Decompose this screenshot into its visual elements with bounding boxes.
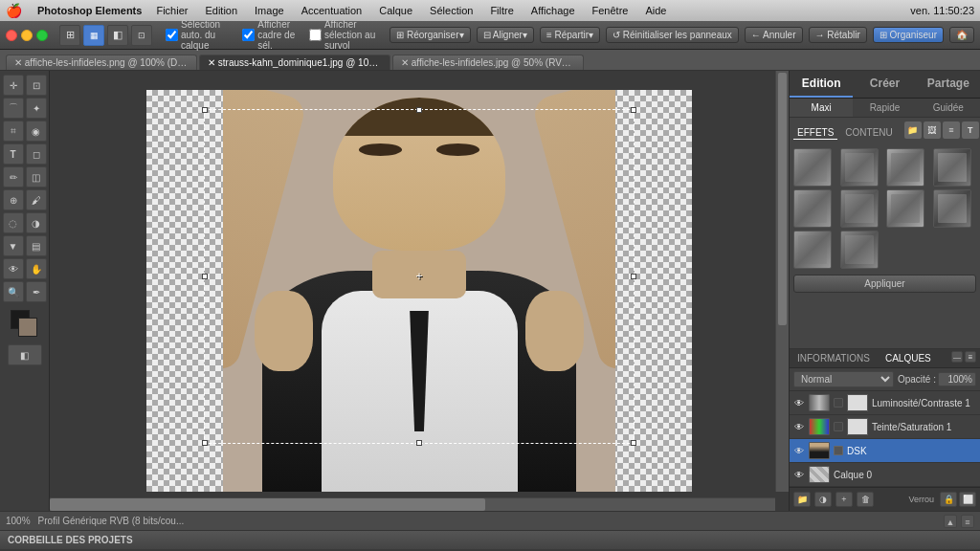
- tab-creer[interactable]: Créer: [853, 71, 916, 98]
- toolbar-icon-2[interactable]: ▦: [83, 25, 104, 46]
- toolbar-icon-3[interactable]: ◧: [107, 25, 128, 46]
- delete-layer-btn[interactable]: 🗑: [857, 492, 874, 507]
- horizontal-scrollbar-thumb[interactable]: [50, 498, 485, 511]
- toolbar-icon-4[interactable]: ⊡: [131, 25, 152, 46]
- calques-tab[interactable]: CALQUES: [881, 351, 935, 365]
- hand-tool[interactable]: ✋: [26, 258, 47, 279]
- annuler-btn[interactable]: ← Annuler: [745, 27, 803, 43]
- lock-partial-btn[interactable]: ⬜: [959, 492, 976, 507]
- effect-2[interactable]: [886, 148, 924, 187]
- gradient-tool[interactable]: ▤: [26, 235, 47, 256]
- vertical-scrollbar[interactable]: [775, 71, 789, 492]
- effects-icon-text[interactable]: T: [962, 121, 979, 139]
- effect-6[interactable]: [886, 189, 924, 228]
- layer-dsk[interactable]: 👁 DSK: [790, 439, 980, 463]
- blend-mode-select[interactable]: Normal: [793, 371, 894, 387]
- menu-edition[interactable]: Edition: [202, 4, 240, 17]
- crop-tool[interactable]: ⌗: [3, 121, 24, 142]
- background-color[interactable]: [18, 318, 37, 337]
- menu-aide[interactable]: Aide: [642, 4, 669, 17]
- new-adjustment-btn[interactable]: ◑: [814, 492, 832, 507]
- layers-panel-minimize[interactable]: —: [951, 351, 963, 363]
- brush-tool[interactable]: 🖌: [26, 189, 47, 210]
- organiseur-btn[interactable]: ⊞ Organiseur: [873, 27, 944, 43]
- horizontal-scrollbar[interactable]: [50, 497, 775, 511]
- lasso-tool[interactable]: ⌒: [3, 98, 24, 119]
- effect-9[interactable]: [840, 231, 879, 269]
- effects-tab-effets[interactable]: EFFETS: [793, 126, 837, 140]
- effects-tab-contenu[interactable]: CONTENU: [841, 126, 896, 140]
- shape-tool[interactable]: ◻: [26, 143, 47, 165]
- layer-link-2[interactable]: [834, 446, 843, 455]
- menu-fichier[interactable]: Fichier: [153, 4, 190, 17]
- subtab-guidee[interactable]: Guidée: [917, 99, 980, 117]
- vertical-scrollbar-thumb[interactable]: [778, 73, 787, 325]
- lock-all-btn[interactable]: 🔒: [940, 492, 957, 507]
- tab-partage[interactable]: Partage: [917, 71, 980, 98]
- effect-3[interactable]: [933, 148, 971, 187]
- effect-7[interactable]: [933, 189, 971, 228]
- menu-accentuation[interactable]: Accentuation: [299, 4, 366, 17]
- magic-select-tool[interactable]: ✦: [26, 98, 47, 119]
- effect-4[interactable]: [793, 189, 832, 228]
- effects-icon-photo[interactable]: 🖼: [924, 121, 941, 139]
- eraser-tool[interactable]: ◫: [26, 166, 47, 187]
- retouch-tool[interactable]: ◉: [26, 121, 47, 142]
- layer-vis-2[interactable]: 👁: [793, 446, 805, 456]
- maximize-window-btn[interactable]: [36, 30, 48, 41]
- tab-1[interactable]: ✕ strauss-kahn_dominique1.jpg @ 100% (Ca…: [199, 55, 390, 70]
- info-tab[interactable]: INFORMATIONS: [793, 351, 874, 365]
- repartir-btn[interactable]: ≡ Répartir▾: [540, 27, 600, 43]
- apple-logo[interactable]: 🍎: [6, 3, 22, 18]
- pencil-tool[interactable]: ✏: [3, 166, 24, 187]
- new-group-btn[interactable]: 📁: [793, 492, 811, 507]
- select-tool[interactable]: ⊡: [26, 75, 47, 96]
- canvas-area[interactable]: +: [50, 71, 789, 511]
- reorganiser-btn[interactable]: ⊞ Réorganiser▾: [390, 27, 470, 43]
- menu-selection[interactable]: Sélection: [427, 4, 476, 17]
- aligner-btn[interactable]: ⊟ Aligner▾: [477, 27, 534, 43]
- effect-5[interactable]: [840, 189, 879, 228]
- effect-8[interactable]: [793, 231, 832, 269]
- toolbar-icon-1[interactable]: ⊞: [59, 25, 80, 46]
- effects-icon-folder[interactable]: 📁: [904, 121, 922, 139]
- menu-filtre[interactable]: Filtre: [487, 4, 516, 17]
- subtab-maxi[interactable]: Maxi: [790, 99, 853, 117]
- menu-fenetre[interactable]: Fenêtre: [590, 4, 632, 17]
- reinitialiser-btn[interactable]: ↺ Réinitialiser les panneaux: [606, 27, 739, 43]
- status-expand-btn[interactable]: ▲: [944, 515, 957, 528]
- layer-calque0[interactable]: 👁 Calque 0: [790, 463, 980, 487]
- minimize-window-btn[interactable]: [21, 30, 33, 41]
- layer-luminosite[interactable]: 👁 Luminosité/Contraste 1: [790, 391, 980, 415]
- blur-tool[interactable]: ◌: [3, 212, 24, 233]
- menu-image[interactable]: Image: [252, 4, 287, 17]
- dropper-tool[interactable]: ✒: [26, 281, 47, 302]
- dodge-tool[interactable]: ◑: [26, 212, 47, 233]
- layer-link-1[interactable]: [834, 422, 843, 431]
- zoom-tool[interactable]: 🔍: [3, 281, 24, 302]
- subtab-rapide[interactable]: Rapide: [853, 99, 916, 117]
- move-tool[interactable]: ✛: [3, 75, 24, 96]
- layer-vis-3[interactable]: 👁: [793, 470, 805, 480]
- layer-vis-1[interactable]: 👁: [793, 422, 805, 432]
- layers-panel-menu[interactable]: ≡: [965, 351, 976, 363]
- layer-vis-0[interactable]: 👁: [793, 398, 805, 408]
- menu-calque[interactable]: Calque: [376, 4, 415, 17]
- apply-button[interactable]: Appliquer: [793, 275, 976, 293]
- tab-edition[interactable]: Edition: [790, 71, 853, 98]
- retablir-btn[interactable]: → Rétablir: [809, 27, 867, 43]
- layer-link-0[interactable]: [834, 398, 843, 408]
- bucket-tool[interactable]: ▼: [3, 235, 24, 256]
- eye-tool[interactable]: 👁: [3, 258, 24, 279]
- tab-2[interactable]: ✕ affiche-les-infideles.jpg @ 50% (RVB/8…: [392, 55, 584, 70]
- auto-select-checkbox[interactable]: [166, 29, 178, 41]
- effects-icon-layers[interactable]: ≡: [943, 121, 960, 139]
- close-window-btn[interactable]: [6, 30, 17, 41]
- show-hover-checkbox[interactable]: [309, 29, 322, 41]
- effect-0[interactable]: [793, 148, 832, 187]
- status-menu-btn[interactable]: ≡: [961, 515, 974, 528]
- effect-1[interactable]: [840, 148, 879, 187]
- layer-teinte[interactable]: 👁 Teinte/Saturation 1: [790, 415, 980, 439]
- quick-mask-tool[interactable]: ◧: [8, 344, 42, 365]
- text-tool[interactable]: T: [3, 143, 24, 165]
